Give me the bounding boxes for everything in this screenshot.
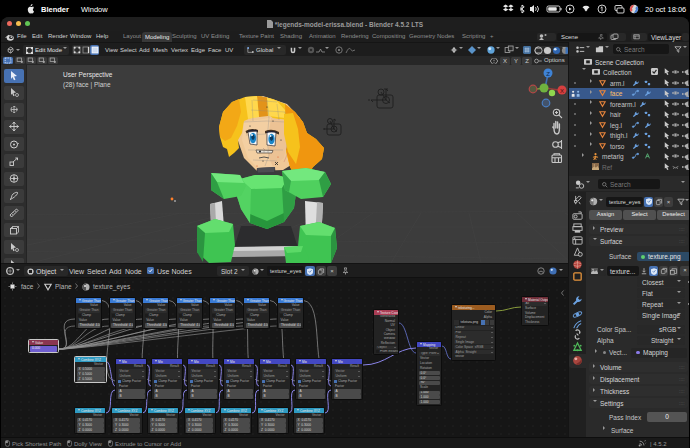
svg-text:Z: Z [546,71,550,77]
svg-text:X: X [560,88,564,94]
